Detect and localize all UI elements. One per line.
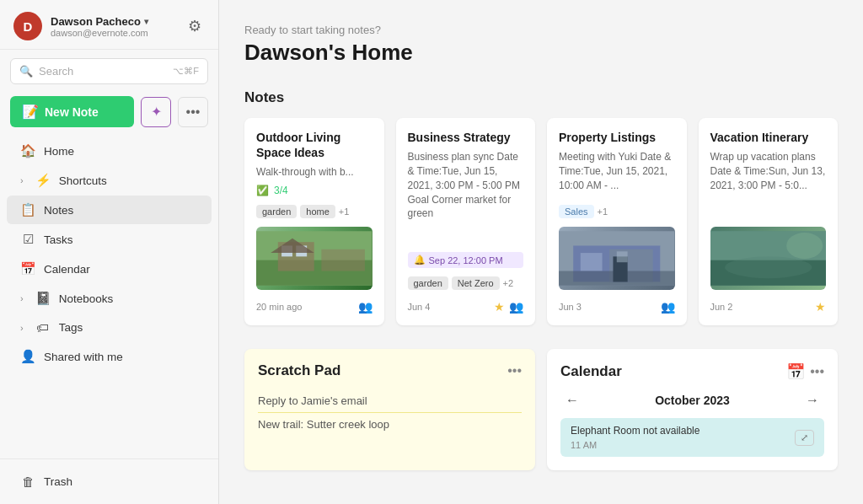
notes-grid: Outdoor Living Space Ideas Walk-through … [244,118,838,325]
note-title: Outdoor Living Space Ideas [256,130,373,160]
note-title: Property Listings [559,130,675,145]
sidebar-item-tags[interactable]: › 🏷 Tags [7,314,212,341]
sidebar-item-label: Tasks [44,233,73,246]
note-body: Wrap up vacation plans Date & Time:Sun, … [710,150,827,218]
page-subtitle: Ready to start taking notes? [244,24,838,36]
star-icon: ★ [815,300,826,314]
note-icons: 👥 [358,300,373,314]
note-body: Business plan sync Date & Time:Tue, Jun … [408,150,524,247]
shared-people-icon: 👥 [509,300,523,314]
note-card-vacation[interactable]: Vacation Itinerary Wrap up vacation plan… [699,118,839,325]
search-input[interactable]: Search [39,65,167,78]
sidebar-item-shared[interactable]: 👤 Shared with me [7,342,212,371]
tasks-icon: ☑ [20,232,35,247]
tag: garden [256,205,297,218]
sidebar-item-label: Shared with me [44,351,123,363]
shared-people-icon: 👥 [661,300,675,314]
note-tags: Sales +1 [559,205,675,218]
ai-button[interactable]: ✦ [141,97,171,127]
notes-section-title: Notes [244,89,838,106]
bottom-grid: Scratch Pad ••• Reply to Jamie's email N… [244,349,838,470]
note-time: 20 min ago [256,302,302,312]
calendar-prev-button[interactable]: ← [560,391,584,410]
note-icons: ★ 👥 [494,300,523,314]
note-footer: Jun 2 ★ [710,300,827,314]
settings-button[interactable]: ⚙ [185,13,205,39]
tag-more: +1 [339,206,350,217]
note-time: Jun 4 [408,302,431,312]
sidebar-item-calendar[interactable]: 📅 Calendar [7,255,212,283]
search-icon: 🔍 [19,65,33,78]
shared-icon: 👤 [20,349,35,364]
scratch-line: New trail: Sutter creek loop [258,413,522,436]
sidebar-item-label: Calendar [44,263,90,276]
note-title: Vacation Itinerary [710,130,827,145]
note-tags: garden Net Zero +2 [408,276,524,290]
chevron-down-icon: ▾ [144,17,148,26]
sales-tag: Sales [559,205,594,218]
sidebar: D Dawson Pacheco ▾ dawson@evernote.com ⚙… [0,0,219,504]
user-text: Dawson Pacheco ▾ dawson@evernote.com [51,15,148,38]
sidebar-item-label: Shortcuts [59,174,107,187]
tag-more: +2 [503,278,514,288]
sidebar-item-shortcuts[interactable]: › ⚡ Shortcuts [7,166,212,195]
note-image-property [559,227,675,290]
note-card-outdoor[interactable]: Outdoor Living Space Ideas Walk-through … [244,118,384,325]
new-note-button[interactable]: 📝 New Note [10,96,134,127]
sidebar-item-tasks[interactable]: ☑ Tasks [7,225,212,254]
calendar-widget: Calendar 📅 ••• ← October 2023 → Elephant… [547,349,838,470]
shortcuts-icon: ⚡ [35,173,51,188]
expand-icon: › [20,323,24,333]
progress-icon: ✅ [256,185,269,196]
tag: home [300,205,335,218]
note-title: Business Strategy [408,130,524,145]
calendar-header: Calendar 📅 ••• [560,362,824,381]
note-time: Jun 2 [710,302,733,312]
user-name: Dawson Pacheco ▾ [51,15,148,28]
note-card-property[interactable]: Property Listings Meeting with Yuki Date… [547,118,687,325]
user-profile[interactable]: D Dawson Pacheco ▾ dawson@evernote.com [13,12,148,40]
note-icons: ★ [815,300,826,314]
more-options-button[interactable]: ••• [178,97,208,127]
reminder-badge: 🔔 Sep 22, 12:00 PM [408,252,524,268]
scratch-pad-more-button[interactable]: ••• [507,363,522,378]
svg-rect-9 [581,253,603,271]
scratch-pad-header: Scratch Pad ••• [258,362,522,379]
calendar-event[interactable]: Elephant Room not available 11 AM ⤢ [560,418,824,457]
trash-icon: 🗑 [20,475,35,489]
calendar-more-button[interactable]: ••• [810,364,824,379]
event-expand-button[interactable]: ⤢ [795,430,814,446]
trash-label: Trash [44,475,72,488]
scratch-pad-title: Scratch Pad [258,362,340,379]
trash-item[interactable]: 🗑 Trash [13,468,205,496]
calendar-title-row: Calendar [560,363,622,380]
note-progress: ✅ 3/4 [256,185,373,196]
sidebar-item-label: Notebooks [59,292,114,305]
sidebar-item-notebooks[interactable]: › 📓 Notebooks [7,284,212,313]
note-icon: 📝 [22,104,39,120]
calendar-section-title: Calendar [560,363,622,380]
sidebar-item-notes[interactable]: 📋 Notes [7,196,212,224]
home-icon: 🏠 [20,143,35,158]
note-card-business[interactable]: Business Strategy Business plan sync Dat… [396,118,536,325]
note-image-outdoor [256,227,373,290]
tag-more: +1 [598,206,608,217]
note-time: Jun 3 [559,302,582,312]
expand-icon: › [20,293,24,303]
star-icon: ★ [494,300,505,314]
search-bar[interactable]: 🔍 Search ⌥⌘F [10,58,208,84]
notes-icon: 📋 [20,202,35,217]
note-body: Meeting with Yuki Date & Time:Tue, Jun 1… [559,150,675,196]
note-tags: garden home +1 [256,205,373,218]
calendar-next-button[interactable]: → [801,391,824,410]
bell-icon: 🔔 [414,255,426,265]
calendar-add-button[interactable]: 📅 [786,362,805,381]
tags-icon: 🏷 [35,320,51,335]
svg-rect-18 [710,231,827,260]
sidebar-nav: 🏠 Home › ⚡ Shortcuts 📋 Notes ☑ Tasks 📅 C… [0,136,218,458]
scratch-pad: Scratch Pad ••• Reply to Jamie's email N… [244,349,535,470]
notebooks-icon: 📓 [35,291,51,306]
shared-people-icon: 👥 [358,300,373,314]
tag: garden [408,276,448,290]
sidebar-item-home[interactable]: 🏠 Home [7,137,212,165]
